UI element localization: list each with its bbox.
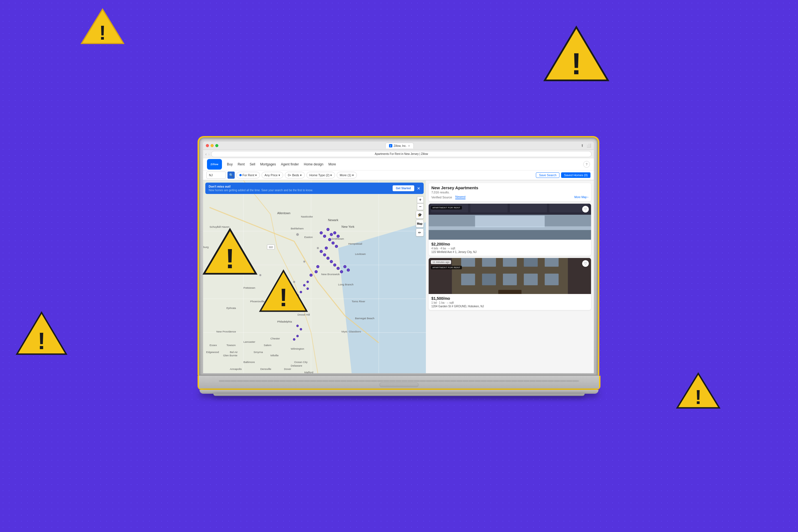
svg-text:Smyrna: Smyrna xyxy=(253,350,263,354)
sort-verified[interactable]: Verified Source xyxy=(432,196,452,199)
svg-point-77 xyxy=(320,250,323,253)
zillow-logo[interactable]: Zillow xyxy=(207,159,222,170)
svg-text:222: 222 xyxy=(269,246,273,249)
more-map-link[interactable]: More Map › xyxy=(574,196,588,199)
search-actions: Save Search Saved Homes (0) xyxy=(536,172,590,178)
svg-text:Harrisburg: Harrisburg xyxy=(203,246,209,249)
back-btn[interactable]: ‹ xyxy=(205,152,207,156)
forward-btn[interactable]: › xyxy=(208,152,210,156)
svg-rect-120 xyxy=(524,258,537,267)
location-value: NJ xyxy=(209,173,212,177)
close-notification-btn[interactable]: ✕ xyxy=(417,186,420,191)
listing-card-2[interactable]: 11 minutes ago APARTMENT FOR RENT ♡ $1,5… xyxy=(429,258,591,310)
location-search-wrap[interactable]: NJ xyxy=(206,172,226,179)
listing-2-info: $1,500/mo 1 bd · 1 ba · -- sqft 1204 Gar… xyxy=(429,294,591,310)
svg-text:Ephrata: Ephrata xyxy=(226,306,236,309)
home-type-filter[interactable]: Home Type (2) ▾ xyxy=(306,172,335,178)
svg-text:Annapolis: Annapolis xyxy=(230,367,242,370)
svg-point-16 xyxy=(296,233,299,236)
saved-homes-btn[interactable]: Saved Homes (0) xyxy=(561,172,590,178)
svg-text:Schuylkill Haven: Schuylkill Haven xyxy=(209,225,229,228)
zoom-out-btn[interactable]: − xyxy=(417,203,424,210)
svg-point-72 xyxy=(337,235,339,238)
more-filter[interactable]: More (1) ▾ xyxy=(337,172,357,178)
svg-text:Towson: Towson xyxy=(226,344,235,347)
traffic-light-yellow[interactable] xyxy=(211,144,214,147)
zoom-controls: + − xyxy=(417,196,424,210)
url-bar[interactable]: Apartments For Rent in New Jersey | Zill… xyxy=(211,151,592,157)
svg-point-17 xyxy=(317,247,319,249)
svg-rect-108 xyxy=(510,204,547,212)
svg-text:Salem: Salem xyxy=(264,344,271,347)
svg-text:Bel Air: Bel Air xyxy=(230,350,238,354)
price-filter[interactable]: Any Price ▾ xyxy=(262,172,283,178)
beds-filter[interactable]: 0+ Beds ▾ xyxy=(285,172,305,178)
svg-rect-107 xyxy=(470,204,507,212)
listing-1-heart[interactable]: ♡ xyxy=(582,206,589,212)
warning-icon-bottom-right: ! xyxy=(676,371,720,411)
svg-point-92 xyxy=(300,291,302,293)
browser-tab[interactable]: Z Zillow, Inc. ✕ xyxy=(385,143,414,149)
main-content: Schuylkill Haven Harrisburg Allentown Be… xyxy=(203,180,594,373)
svg-point-91 xyxy=(307,288,309,289)
nav-agent[interactable]: Agent finder xyxy=(281,163,299,166)
address-bar: ‹ › Apartments For Rent in New Jersey | … xyxy=(203,150,594,158)
svg-point-88 xyxy=(310,274,312,277)
share-icon[interactable]: ⬆ xyxy=(581,144,584,148)
get-started-btn[interactable]: Get Started xyxy=(393,185,414,191)
nav-sell[interactable]: Sell xyxy=(250,163,255,166)
svg-text:Myst. Glassboro: Myst. Glassboro xyxy=(342,330,361,333)
nav-rent[interactable]: Rent xyxy=(238,163,245,166)
svg-rect-123 xyxy=(482,274,496,285)
nav-buy[interactable]: Buy xyxy=(227,163,233,166)
nav-links: Buy Rent Sell Mortgages Agent finder Hom… xyxy=(227,163,336,166)
svg-text:Chester: Chester xyxy=(270,337,280,340)
help-icon-btn[interactable]: ? xyxy=(583,161,590,168)
svg-text:!: ! xyxy=(571,46,582,81)
notification-banner: Don't miss out! New homes are getting ad… xyxy=(205,183,424,194)
save-search-btn[interactable]: Save Search xyxy=(536,172,559,178)
warning-icon-bottom-left: ! xyxy=(15,310,68,357)
search-btn[interactable]: 🔍 xyxy=(227,172,235,179)
draw-btn[interactable]: ✏ xyxy=(416,229,424,236)
laptop-lid-outer: Z Zillow, Inc. ✕ ⬆ ⬜ ‹ › xyxy=(197,136,599,376)
window-icon[interactable]: ⬜ xyxy=(587,144,591,148)
svg-text:New Brunswick: New Brunswick xyxy=(321,273,340,276)
nav-mortgages[interactable]: Mortgages xyxy=(260,163,276,166)
listing-card-1[interactable]: APARTMENT FOR RENT ♡ $2,200/mo 4 bds · 4… xyxy=(429,204,591,256)
svg-point-82 xyxy=(337,267,339,270)
svg-point-93 xyxy=(297,294,299,296)
touchpad[interactable] xyxy=(380,383,418,387)
svg-text:Milville: Milville xyxy=(270,354,279,357)
svg-point-96 xyxy=(297,325,299,327)
more-filter-label: More (1) xyxy=(340,173,352,177)
nav-design[interactable]: Home design xyxy=(304,163,323,166)
svg-point-78 xyxy=(323,253,326,256)
svg-point-67 xyxy=(320,231,323,234)
zoom-in-btn[interactable]: + xyxy=(417,196,424,203)
svg-point-85 xyxy=(347,269,350,271)
svg-point-76 xyxy=(325,247,328,249)
warning-icon-top-left: ! xyxy=(80,7,125,47)
svg-point-75 xyxy=(335,245,338,248)
traffic-light-red[interactable] xyxy=(206,144,209,147)
listing-2-heart[interactable]: ♡ xyxy=(582,260,589,267)
svg-point-89 xyxy=(307,281,309,283)
school-filter-btn[interactable]: 🎓 xyxy=(416,211,424,218)
svg-text:Essex: Essex xyxy=(209,344,217,347)
svg-text:Norristown: Norristown xyxy=(270,300,283,303)
tab-icon-x[interactable]: ✕ xyxy=(408,144,410,147)
svg-text:Densville: Densville xyxy=(260,367,271,370)
map-label-btn[interactable]: Map xyxy=(416,220,424,227)
for-rent-filter[interactable]: For Rent ▾ xyxy=(236,172,260,178)
warning-icon-top-right: ! xyxy=(543,25,610,84)
map-extra-controls: 🎓 Map ✏ xyxy=(416,211,424,236)
svg-point-80 xyxy=(330,260,333,263)
laptop-keyboard-area xyxy=(199,376,599,388)
traffic-light-green[interactable] xyxy=(215,144,218,147)
svg-text:Philadelphia: Philadelphia xyxy=(277,320,292,323)
nav-right: ? xyxy=(583,161,590,168)
nav-more[interactable]: More xyxy=(328,163,336,166)
svg-text:Levitown: Levitown xyxy=(355,252,365,255)
sort-newest[interactable]: Newest xyxy=(455,195,466,199)
